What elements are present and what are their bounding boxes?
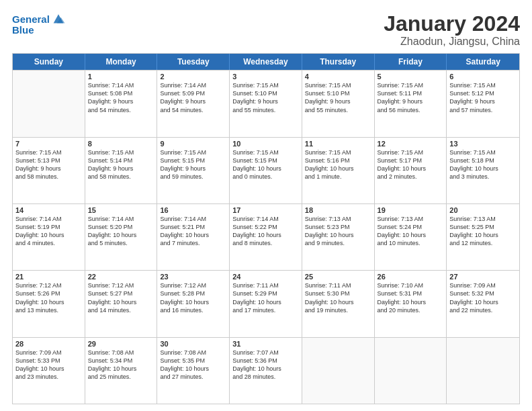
- cell-info: Sunrise: 7:15 AM Sunset: 5:14 PM Dayligh…: [88, 148, 154, 181]
- calendar-cell: 21Sunrise: 7:12 AM Sunset: 5:26 PM Dayli…: [13, 271, 85, 336]
- day-number: 22: [88, 273, 154, 281]
- day-number: 26: [378, 273, 444, 281]
- calendar-week-row: 21Sunrise: 7:12 AM Sunset: 5:26 PM Dayli…: [13, 270, 519, 336]
- calendar-cell: 18Sunrise: 7:13 AM Sunset: 5:23 PM Dayli…: [302, 204, 375, 270]
- cell-info: Sunrise: 7:10 AM Sunset: 5:31 PM Dayligh…: [378, 281, 444, 314]
- calendar-header: SundayMondayTuesdayWednesdayThursdayFrid…: [13, 54, 519, 70]
- day-number: 13: [449, 140, 517, 148]
- cell-info: Sunrise: 7:08 AM Sunset: 5:34 PM Dayligh…: [88, 349, 154, 381]
- cell-info: Sunrise: 7:12 AM Sunset: 5:28 PM Dayligh…: [160, 281, 226, 314]
- day-number: 21: [15, 273, 82, 281]
- calendar-week-row: 28Sunrise: 7:09 AM Sunset: 5:33 PM Dayli…: [13, 337, 519, 404]
- calendar-cell: 3Sunrise: 7:15 AM Sunset: 5:10 PM Daylig…: [230, 71, 302, 136]
- logo-icon: [51, 12, 66, 27]
- cell-info: Sunrise: 7:11 AM Sunset: 5:30 PM Dayligh…: [305, 281, 371, 314]
- day-number: 24: [232, 273, 299, 281]
- cell-info: Sunrise: 7:14 AM Sunset: 5:09 PM Dayligh…: [160, 81, 226, 114]
- calendar-cell: [302, 338, 375, 404]
- calendar-cell: 11Sunrise: 7:15 AM Sunset: 5:16 PM Dayli…: [302, 138, 375, 203]
- cell-info: Sunrise: 7:13 AM Sunset: 5:24 PM Dayligh…: [378, 215, 444, 248]
- calendar-day-header: Thursday: [302, 54, 375, 70]
- calendar-cell: 10Sunrise: 7:15 AM Sunset: 5:15 PM Dayli…: [230, 138, 302, 203]
- calendar-cell: 27Sunrise: 7:09 AM Sunset: 5:32 PM Dayli…: [447, 271, 519, 336]
- calendar-day-header: Friday: [375, 54, 447, 70]
- cell-info: Sunrise: 7:15 AM Sunset: 5:12 PM Dayligh…: [449, 81, 517, 114]
- cell-info: Sunrise: 7:08 AM Sunset: 5:35 PM Dayligh…: [160, 349, 226, 381]
- calendar-cell: 29Sunrise: 7:08 AM Sunset: 5:34 PM Dayli…: [85, 338, 158, 404]
- day-number: 3: [232, 73, 299, 81]
- day-number: 6: [449, 73, 517, 81]
- day-number: 11: [305, 140, 371, 148]
- title-block: January 2024 Zhaodun, Jiangsu, China: [384, 12, 520, 48]
- cell-info: Sunrise: 7:14 AM Sunset: 5:22 PM Dayligh…: [232, 215, 299, 248]
- day-number: 8: [88, 140, 154, 148]
- day-number: 25: [305, 273, 371, 281]
- day-number: 5: [378, 73, 444, 81]
- cell-info: Sunrise: 7:12 AM Sunset: 5:26 PM Dayligh…: [15, 281, 82, 314]
- calendar-cell: 16Sunrise: 7:14 AM Sunset: 5:21 PM Dayli…: [157, 204, 230, 270]
- day-number: 27: [449, 273, 517, 281]
- day-number: 29: [88, 340, 154, 348]
- cell-info: Sunrise: 7:09 AM Sunset: 5:33 PM Dayligh…: [15, 349, 82, 381]
- calendar-cell: 8Sunrise: 7:15 AM Sunset: 5:14 PM Daylig…: [85, 138, 158, 203]
- day-number: 7: [15, 140, 82, 148]
- calendar-cell: 28Sunrise: 7:09 AM Sunset: 5:33 PM Dayli…: [13, 338, 85, 404]
- cell-info: Sunrise: 7:09 AM Sunset: 5:32 PM Dayligh…: [449, 281, 517, 314]
- day-number: 14: [15, 206, 82, 214]
- cell-info: Sunrise: 7:14 AM Sunset: 5:21 PM Dayligh…: [160, 215, 226, 248]
- page: General Blue January 2024 Zhaodun, Jiang…: [0, 0, 532, 411]
- calendar-cell: 13Sunrise: 7:15 AM Sunset: 5:18 PM Dayli…: [447, 138, 519, 203]
- cell-info: Sunrise: 7:15 AM Sunset: 5:13 PM Dayligh…: [15, 148, 82, 181]
- calendar-day-header: Monday: [85, 54, 158, 70]
- day-number: 28: [15, 340, 82, 348]
- day-number: 20: [449, 206, 517, 214]
- day-number: 31: [232, 340, 299, 348]
- calendar-body: 1Sunrise: 7:14 AM Sunset: 5:08 PM Daylig…: [13, 70, 519, 404]
- calendar-day-header: Sunday: [13, 54, 85, 70]
- cell-info: Sunrise: 7:15 AM Sunset: 5:11 PM Dayligh…: [378, 81, 444, 114]
- calendar-cell: [13, 71, 85, 136]
- calendar-day-header: Wednesday: [230, 54, 302, 70]
- calendar-cell: 14Sunrise: 7:14 AM Sunset: 5:19 PM Dayli…: [13, 204, 85, 270]
- calendar-cell: 2Sunrise: 7:14 AM Sunset: 5:09 PM Daylig…: [157, 71, 230, 136]
- calendar-day-header: Tuesday: [157, 54, 230, 70]
- cell-info: Sunrise: 7:15 AM Sunset: 5:15 PM Dayligh…: [232, 148, 299, 181]
- calendar-cell: [447, 338, 519, 404]
- calendar-cell: [375, 338, 447, 404]
- calendar-cell: 12Sunrise: 7:15 AM Sunset: 5:17 PM Dayli…: [375, 138, 447, 203]
- cell-info: Sunrise: 7:13 AM Sunset: 5:25 PM Dayligh…: [449, 215, 517, 248]
- calendar-cell: 24Sunrise: 7:11 AM Sunset: 5:29 PM Dayli…: [230, 271, 302, 336]
- day-number: 10: [232, 140, 299, 148]
- calendar-cell: 31Sunrise: 7:07 AM Sunset: 5:36 PM Dayli…: [230, 338, 302, 404]
- day-number: 30: [160, 340, 226, 348]
- calendar-week-row: 1Sunrise: 7:14 AM Sunset: 5:08 PM Daylig…: [13, 70, 519, 136]
- cell-info: Sunrise: 7:12 AM Sunset: 5:27 PM Dayligh…: [88, 281, 154, 314]
- day-number: 9: [160, 140, 226, 148]
- cell-info: Sunrise: 7:15 AM Sunset: 5:10 PM Dayligh…: [232, 81, 299, 114]
- calendar-cell: 17Sunrise: 7:14 AM Sunset: 5:22 PM Dayli…: [230, 204, 302, 270]
- cell-info: Sunrise: 7:14 AM Sunset: 5:20 PM Dayligh…: [88, 215, 154, 248]
- calendar-cell: 20Sunrise: 7:13 AM Sunset: 5:25 PM Dayli…: [447, 204, 519, 270]
- calendar-cell: 6Sunrise: 7:15 AM Sunset: 5:12 PM Daylig…: [447, 71, 519, 136]
- day-number: 23: [160, 273, 226, 281]
- calendar-cell: 15Sunrise: 7:14 AM Sunset: 5:20 PM Dayli…: [85, 204, 158, 270]
- day-number: 4: [305, 73, 371, 81]
- calendar-cell: 19Sunrise: 7:13 AM Sunset: 5:24 PM Dayli…: [375, 204, 447, 270]
- cell-info: Sunrise: 7:13 AM Sunset: 5:23 PM Dayligh…: [305, 215, 371, 248]
- calendar-cell: 9Sunrise: 7:15 AM Sunset: 5:15 PM Daylig…: [157, 138, 230, 203]
- calendar-cell: 5Sunrise: 7:15 AM Sunset: 5:11 PM Daylig…: [375, 71, 447, 136]
- cell-info: Sunrise: 7:14 AM Sunset: 5:08 PM Dayligh…: [88, 81, 154, 114]
- cell-info: Sunrise: 7:15 AM Sunset: 5:18 PM Dayligh…: [449, 148, 517, 181]
- day-number: 17: [232, 206, 299, 214]
- day-number: 12: [378, 140, 444, 148]
- cell-info: Sunrise: 7:11 AM Sunset: 5:29 PM Dayligh…: [232, 281, 299, 314]
- cell-info: Sunrise: 7:07 AM Sunset: 5:36 PM Dayligh…: [232, 349, 299, 381]
- calendar-day-header: Saturday: [447, 54, 519, 70]
- calendar-cell: 26Sunrise: 7:10 AM Sunset: 5:31 PM Dayli…: [375, 271, 447, 336]
- calendar-week-row: 14Sunrise: 7:14 AM Sunset: 5:19 PM Dayli…: [13, 203, 519, 270]
- page-title: January 2024: [384, 12, 520, 36]
- day-number: 15: [88, 206, 154, 214]
- cell-info: Sunrise: 7:15 AM Sunset: 5:15 PM Dayligh…: [160, 148, 226, 181]
- calendar-cell: 30Sunrise: 7:08 AM Sunset: 5:35 PM Dayli…: [157, 338, 230, 404]
- page-subtitle: Zhaodun, Jiangsu, China: [384, 36, 520, 48]
